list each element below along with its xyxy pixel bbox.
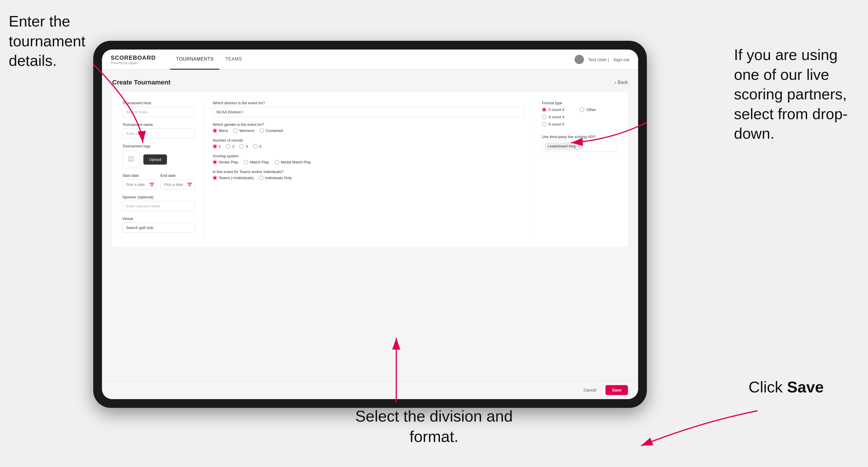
- format-5count4[interactable]: 5 count 4: [542, 107, 580, 112]
- format-5count4-radio[interactable]: [542, 107, 546, 112]
- end-date-label: End date: [160, 173, 195, 178]
- nav-right: Test User | Sign out: [575, 55, 629, 64]
- scoring-radio-group: Stroke Play Match Play Medal Match Play: [213, 160, 524, 164]
- gender-combined[interactable]: Combined: [259, 128, 283, 133]
- sponsor-input[interactable]: [122, 201, 195, 211]
- venue-label: Venue: [122, 216, 195, 221]
- scoring-match-radio[interactable]: [244, 160, 248, 164]
- gender-group: Which gender is the event for? Mens Wome…: [213, 122, 524, 133]
- form-footer: Cancel Save: [102, 381, 638, 399]
- date-row: Start date 📅 End date 📅: [122, 173, 195, 190]
- venue-select[interactable]: Search golf club: [122, 223, 195, 233]
- round-2[interactable]: 2: [226, 144, 234, 149]
- third-party-label: Use third-party live scoring API?: [542, 134, 618, 139]
- scoring-group: Scoring system Stroke Play Match Play Me…: [213, 154, 524, 164]
- nav-link-teams[interactable]: TEAMS: [219, 50, 248, 70]
- back-link[interactable]: ‹ Back: [615, 80, 628, 85]
- gender-radio-group: Mens Womens Combined: [213, 128, 524, 133]
- logo-placeholder: 🖼: [122, 151, 140, 168]
- tournament-name-group: Tournament name: [122, 122, 195, 139]
- start-date-wrap: 📅: [122, 180, 157, 190]
- event-individuals[interactable]: Individuals Only: [259, 176, 292, 180]
- tournament-logo-label: Tournament logo: [122, 144, 195, 148]
- cancel-button[interactable]: Cancel: [578, 385, 602, 395]
- round-3-radio[interactable]: [240, 144, 244, 149]
- format-other[interactable]: Other: [580, 107, 618, 112]
- right-column: Format type 5 count 4: [542, 101, 618, 238]
- division-select[interactable]: NCAA Division I: [213, 107, 524, 117]
- tablet-screen: SCOREBOARD Powered by clippit TOURNAMENT…: [102, 50, 638, 399]
- format-type-label: Format type: [542, 101, 618, 105]
- start-date-group: Start date 📅: [122, 173, 157, 190]
- division-group: Which division is the event for? NCAA Di…: [213, 101, 524, 117]
- third-party-input-wrap: Leaderboard King ×: [542, 141, 618, 152]
- rounds-label: Number of rounds: [213, 138, 524, 143]
- scoring-stroke[interactable]: Stroke Play: [213, 160, 238, 164]
- format-6count4[interactable]: 6 count 4: [542, 115, 580, 119]
- start-date-label: Start date: [122, 173, 157, 178]
- third-party-value: Leaderboard King: [548, 144, 576, 148]
- rounds-group: Number of rounds 1 2 3: [213, 138, 524, 149]
- end-date-group: End date 📅: [160, 173, 195, 190]
- rounds-radio-group: 1 2 3 4: [213, 144, 524, 149]
- third-party-tag: Leaderboard King ×: [545, 143, 583, 150]
- event-teams-radio[interactable]: [213, 176, 217, 180]
- gender-label: Which gender is the event for?: [213, 122, 524, 127]
- tournament-host-label: Tournament Host: [122, 101, 195, 105]
- third-party-group: Use third-party live scoring API? Leader…: [542, 134, 618, 152]
- round-1[interactable]: 1: [213, 144, 221, 149]
- round-1-radio[interactable]: [213, 144, 217, 149]
- sponsor-label: Sponsor (optional): [122, 195, 195, 199]
- tournament-name-label: Tournament name: [122, 122, 195, 127]
- scoring-match[interactable]: Match Play: [244, 160, 269, 164]
- sponsor-group: Sponsor (optional): [122, 195, 195, 211]
- event-type-label: Is this event for Teams and/or Individua…: [213, 169, 524, 174]
- tablet-frame: SCOREBOARD Powered by clippit TOURNAMENT…: [93, 41, 647, 408]
- sign-out-link[interactable]: Sign out: [613, 57, 629, 62]
- tournament-logo-group: Tournament logo 🖼 Upload: [122, 144, 195, 168]
- left-column: Tournament Host Tournament name Tourname…: [122, 101, 204, 238]
- format-other-radio[interactable]: [580, 107, 584, 112]
- format-6count4-radio[interactable]: [542, 115, 546, 119]
- annotation-bottom-center: Select the division and format.: [332, 406, 536, 446]
- division-label: Which division is the event for?: [213, 101, 524, 105]
- tag-close-button[interactable]: ×: [577, 144, 580, 149]
- scoring-medal[interactable]: Medal Match Play: [275, 160, 311, 164]
- round-3[interactable]: 3: [240, 144, 248, 149]
- gender-mens-radio[interactable]: [213, 128, 217, 133]
- avatar: [575, 55, 584, 64]
- mid-column: Which division is the event for? NCAA Di…: [213, 101, 533, 238]
- event-teams[interactable]: Teams (+Individuals): [213, 176, 254, 180]
- gender-womens-radio[interactable]: [234, 128, 238, 133]
- format-6count5[interactable]: 6 count 5: [542, 122, 580, 126]
- event-individuals-radio[interactable]: [259, 176, 264, 180]
- end-date-wrap: 📅: [160, 180, 195, 190]
- gender-combined-radio[interactable]: [259, 128, 264, 133]
- calendar-icon-end: 📅: [187, 182, 192, 187]
- calendar-icon: 📅: [149, 182, 154, 187]
- tournament-host-input[interactable]: [122, 107, 195, 117]
- format-type-options: 5 count 4 6 count 4 6 count 5: [542, 107, 618, 129]
- gender-womens[interactable]: Womens: [234, 128, 254, 133]
- format-6count5-radio[interactable]: [542, 122, 546, 126]
- gender-mens[interactable]: Mens: [213, 128, 228, 133]
- upload-button[interactable]: Upload: [143, 154, 167, 165]
- main-content: Create Tournament ‹ Back Tournament Host…: [102, 70, 638, 381]
- annotation-bottom-right: Click Save: [748, 377, 859, 397]
- round-4-radio[interactable]: [253, 144, 257, 149]
- scoring-medal-radio[interactable]: [275, 160, 279, 164]
- nav-bar: SCOREBOARD Powered by clippit TOURNAMENT…: [102, 50, 638, 70]
- save-button[interactable]: Save: [606, 385, 628, 395]
- tournament-host-group: Tournament Host: [122, 101, 195, 117]
- form-container: Tournament Host Tournament name Tourname…: [112, 92, 628, 247]
- nav-link-tournaments[interactable]: TOURNAMENTS: [170, 50, 219, 70]
- logo-upload-area: 🖼 Upload: [122, 151, 195, 168]
- round-2-radio[interactable]: [226, 144, 230, 149]
- annotation-top-left: Enter the tournament details.: [9, 12, 120, 71]
- event-type-radio-group: Teams (+Individuals) Individuals Only: [213, 176, 524, 180]
- tournament-name-input[interactable]: [122, 128, 195, 139]
- nav-links: TOURNAMENTS TEAMS: [170, 50, 574, 70]
- round-4[interactable]: 4: [253, 144, 261, 149]
- page-header: Create Tournament ‹ Back: [112, 79, 628, 86]
- scoring-stroke-radio[interactable]: [213, 160, 217, 164]
